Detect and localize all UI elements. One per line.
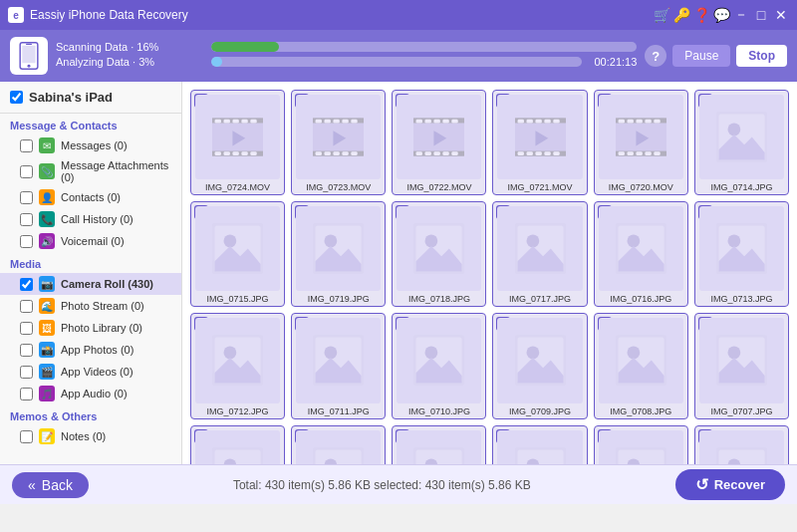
thumbnail-item[interactable]: IMG_0701.JPG [694,425,789,464]
thumbnail-image [599,206,683,291]
thumbnail-label: IMG_0711.JPG [296,406,381,416]
svg-rect-49 [517,120,523,124]
key-icon[interactable]: 🔑 [673,7,689,23]
svg-rect-70 [636,151,642,155]
thumbnail-image [195,95,280,179]
feedback-icon[interactable]: 💬 [713,7,729,23]
thumbnail-label: IMG_0717.JPG [497,294,582,304]
app-photos-checkbox[interactable] [20,344,33,357]
device-checkbox[interactable] [10,91,23,104]
camera-roll-checkbox[interactable] [20,278,33,291]
call-history-checkbox[interactable] [20,213,33,226]
svg-point-112 [425,347,438,360]
app-videos-label: App Videos (0) [61,366,133,378]
thumbnail-image [296,318,381,402]
camera-roll-label: Camera Roll (430) [61,278,153,290]
thumbnail-image [699,95,784,179]
thumbnail-item[interactable]: IMG_0721.MOV [492,90,587,195]
thumbnail-item[interactable]: IMG_0719.JPG [291,201,386,307]
svg-rect-131 [316,449,362,464]
thumbnail-item[interactable]: IMG_0715.JPG [190,201,285,307]
voicemail-label: Voicemail (0) [61,235,125,247]
contacts-checkbox[interactable] [20,191,33,204]
svg-rect-69 [627,151,633,155]
thumbnail-item[interactable]: IMG_0706.JPG [190,425,285,464]
help-icon2[interactable]: ❓ [693,7,709,23]
voicemail-checkbox[interactable] [20,235,33,248]
back-label: Back [42,477,73,493]
thumbnail-item[interactable]: IMG_0703.JPG [492,425,587,464]
window-close[interactable]: ✕ [773,7,789,23]
sidebar-item-app-videos[interactable]: 🎬 App Videos (0) [0,361,181,383]
photo-stream-checkbox[interactable] [20,300,33,313]
svg-rect-54 [517,151,523,155]
thumbnail-image [195,430,280,464]
svg-rect-65 [636,120,642,124]
thumbnail-item[interactable]: IMG_0702.JPG [594,425,688,464]
thumbnail-item[interactable]: IMG_0723.MOV [291,90,386,195]
thumbnail-item[interactable]: IMG_0720.MOV [594,90,688,195]
sidebar-item-voicemail[interactable]: 🔊 Voicemail (0) [0,230,181,252]
svg-rect-15 [241,151,247,155]
stop-button[interactable]: Stop [736,45,787,67]
recover-button[interactable]: ↺ Recover [675,469,785,500]
svg-point-104 [224,347,237,360]
device-item[interactable]: Sabina's iPad [0,82,181,114]
sidebar-item-app-photos[interactable]: 📸 App Photos (0) [0,339,181,361]
sidebar-item-camera-roll[interactable]: 📷 Camera Roll (430) [0,273,181,295]
app-videos-checkbox[interactable] [20,366,33,379]
thumbnail-label: IMG_0709.JPG [497,406,582,416]
svg-rect-127 [215,449,261,464]
svg-rect-41 [425,151,431,155]
window-min[interactable]: － [733,7,749,23]
thumbnail-item[interactable]: IMG_0718.JPG [392,201,486,307]
photo-library-checkbox[interactable] [20,322,33,335]
thumbnail-image [497,95,582,179]
thumbnail-item[interactable]: IMG_0712.JPG [190,313,285,418]
thumbnail-item[interactable]: IMG_0716.JPG [594,201,688,307]
thumbnail-item[interactable]: IMG_0717.JPG [492,201,587,307]
app-audio-checkbox[interactable] [20,388,33,400]
sidebar-item-messages[interactable]: ✉ Messages (0) [0,134,181,156]
thumbnail-item[interactable]: IMG_0724.MOV [190,90,285,195]
thumbnail-item[interactable]: IMG_0710.JPG [392,313,486,418]
title-bar: e Eassiy iPhone Data Recovery 🛒 🔑 ❓ 💬 － … [0,0,797,30]
sidebar-item-photo-stream[interactable]: 🌊 Photo Stream (0) [0,295,181,317]
svg-rect-42 [434,151,440,155]
help-button[interactable]: ? [645,45,666,67]
svg-rect-28 [334,151,340,155]
progress-info: Scanning Data · 16% Analyzing Data · 3% … [56,41,637,71]
thumbnail-image [599,318,683,402]
thumbnail-item[interactable]: IMG_0709.JPG [492,313,587,418]
notes-checkbox[interactable] [20,430,33,443]
sidebar-item-contacts[interactable]: 👤 Contacts (0) [0,186,181,208]
sidebar-item-call-history[interactable]: 📞 Call History (0) [0,208,181,230]
sidebar-item-notes[interactable]: 📝 Notes (0) [0,425,181,447]
attachments-checkbox[interactable] [20,165,33,178]
back-arrow-icon: « [28,477,36,493]
app-icon: e [8,7,24,23]
svg-rect-38 [443,120,449,124]
thumbnail-item[interactable]: IMG_0714.JPG [694,90,789,195]
minimize-icon[interactable]: 🛒 [654,7,669,23]
thumbnail-item[interactable]: IMG_0722.MOV [392,90,486,195]
thumbnail-image [699,430,784,464]
thumbnail-item[interactable]: IMG_0707.JPG [694,313,789,418]
sidebar-item-photo-library[interactable]: 🖼 Photo Library (0) [0,317,181,339]
back-button[interactable]: « Back [12,472,89,498]
thumbnail-item[interactable]: IMG_0711.JPG [291,313,386,418]
messages-checkbox[interactable] [20,139,33,152]
thumbnail-item[interactable]: IMG_0713.JPG [694,201,789,307]
thumbnail-item[interactable]: IMG_0708.JPG [594,313,688,418]
svg-rect-135 [416,449,462,464]
sidebar-item-app-audio[interactable]: 🎵 App Audio (0) [0,383,181,404]
recover-icon: ↺ [695,475,708,494]
pause-button[interactable]: Pause [672,45,730,67]
thumbnail-item[interactable]: IMG_0705.JPG [291,425,386,464]
window-max[interactable]: □ [753,7,769,23]
sidebar-item-attachments[interactable]: 📎 Message Attachments (0) [0,156,181,186]
window-controls: 🛒 🔑 ❓ 💬 － □ ✕ [654,7,789,23]
thumbnail-item[interactable]: IMG_0704.JPG [392,425,486,464]
analyzing-row: Analyzing Data · 3% 00:21:13 [56,56,637,68]
svg-rect-1 [22,46,35,64]
